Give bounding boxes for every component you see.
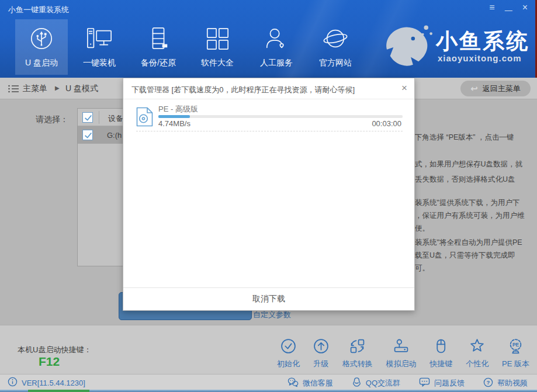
nav-item-one-click-install[interactable]: 一键装机: [73, 19, 126, 75]
nav-item-label: 人工服务: [260, 58, 293, 68]
brand-name: 小鱼系统: [436, 27, 529, 56]
wechat-service-link[interactable]: 微信客服: [287, 377, 333, 389]
person-icon: [264, 26, 289, 53]
bottom-green-segment: [28, 390, 89, 392]
breadcrumb-current: U 盘模式: [65, 84, 98, 94]
minimize-icon[interactable]: —: [505, 5, 512, 16]
help-line: 可。: [415, 264, 429, 272]
tool-upgrade[interactable]: 升级: [313, 338, 329, 369]
list-icon: [8, 84, 19, 96]
tool-hotkey[interactable]: 快捷键: [429, 338, 452, 369]
nav-item-label: 一键装机: [83, 58, 116, 68]
app-window: 小鱼一键重装系统 ≡ — × U 盘启动 一键装机: [0, 0, 537, 392]
nav-item-official-site[interactable]: 官方网站: [309, 19, 362, 75]
back-arrow-icon: ↩: [470, 84, 478, 94]
back-button-label: 返回主菜单: [483, 84, 521, 94]
tool-label: PE 版本: [502, 359, 529, 369]
help-line: 装系统"将全程自动为用户提供PE: [415, 238, 522, 247]
feedback-link[interactable]: 问题反馈: [419, 377, 465, 389]
info-icon: [8, 377, 18, 388]
tool-label: 个性化: [466, 359, 489, 369]
dialog-close-icon[interactable]: ×: [401, 82, 407, 94]
select-all-checkbox[interactable]: [82, 112, 93, 123]
svg-text:PE: PE: [512, 342, 519, 348]
tool-label: 格式转换: [342, 359, 373, 369]
fish-logo-icon: [380, 22, 435, 74]
help-video-link[interactable]: ? 帮助视频: [483, 377, 528, 389]
window-controls: ≡ — ×: [489, 2, 528, 16]
help-line: 式，如果用户想保存U盘数据，就: [415, 160, 522, 168]
svg-text:?: ?: [487, 379, 490, 385]
cancel-download-button[interactable]: 取消下载: [123, 287, 414, 310]
download-manager-dialog: 下载管理器 [若下载速度为0，此时程序正在寻找资源，请耐心等候] × PE - …: [123, 78, 415, 311]
tool-simulate-boot[interactable]: 模拟启动: [386, 338, 416, 369]
computer-icon: [86, 26, 113, 53]
tool-format-convert[interactable]: 格式转换: [342, 338, 373, 369]
menu-icon[interactable]: ≡: [489, 2, 494, 13]
question-circle-icon: ?: [483, 377, 493, 389]
tool-label: 升级: [313, 359, 328, 369]
footer: 本机U盘启动快捷键： F12 初始化 升级 格式转换: [0, 325, 537, 374]
help-line: 丢失数据，否则选择格式化U盘: [415, 175, 515, 183]
star-icon: [469, 338, 485, 356]
select-device-label: 请选择：: [36, 115, 68, 125]
status-link-label: 问题反馈: [434, 378, 465, 388]
disc-file-icon: [136, 107, 154, 129]
close-icon[interactable]: ×: [522, 2, 528, 13]
qq-group-link[interactable]: QQ交流群: [352, 377, 400, 389]
download-progress-bar: [158, 115, 403, 118]
tool-row: 初始化 升级 格式转换 模拟启动: [277, 338, 529, 369]
tool-initialize[interactable]: 初始化: [277, 338, 300, 369]
nav-item-backup-restore[interactable]: 备份/还原: [132, 19, 185, 75]
help-line: 载至U盘，只需等待下载完成即: [415, 251, 515, 259]
app-title: 小鱼一键重装系统: [8, 5, 69, 15]
device-row-checkbox[interactable]: [82, 130, 93, 140]
help-line: ，保证用户有系统可装，为用户维: [415, 211, 525, 220]
dialog-title: 下载管理器 [若下载速度为0，此时程序正在寻找资源，请耐心等候]: [131, 85, 355, 95]
download-speed: 4.74MB/s: [158, 119, 190, 128]
nav-item-label: U 盘启动: [25, 58, 58, 68]
help-line: 便。: [415, 224, 429, 233]
status-link-label: 微信客服: [303, 378, 333, 388]
convert-icon: [349, 338, 365, 356]
globe-icon: [323, 26, 348, 53]
help-text: 下角选择 “PE版本” ，点击一键 式，如果用户想保存U盘数据，就 丢失数据，否…: [415, 126, 536, 275]
tool-personalize[interactable]: 个性化: [466, 338, 489, 369]
status-link-label: 帮助视频: [497, 378, 528, 388]
back-to-main-menu-button[interactable]: ↩ 返回主菜单: [460, 81, 531, 96]
nav-item-software-center[interactable]: 软件大全: [191, 19, 244, 75]
version-label: VER[11.5.44.1230]: [22, 379, 85, 387]
status-link-label: QQ交流群: [366, 378, 400, 388]
nav-item-label: 备份/还原: [141, 58, 176, 68]
status-links: 微信客服 QQ交流群 问题反馈 ? 帮助视频: [287, 377, 528, 389]
device-row-label: G:(h: [107, 131, 122, 140]
download-time-remaining: 00:03:00: [372, 119, 401, 128]
header: 小鱼一键重装系统 ≡ — × U 盘启动 一键装机: [0, 0, 537, 78]
tool-label: 初始化: [277, 359, 300, 369]
server-icon: [146, 26, 171, 53]
nav-item-usb-boot[interactable]: U 盘启动: [15, 19, 68, 75]
device-column-header: 设备: [108, 113, 123, 124]
arrow-up-circle-icon: [313, 338, 329, 356]
dashed-separator: [136, 131, 403, 131]
custom-params-link[interactable]: 自定义参数: [253, 310, 291, 320]
wechat-icon: [287, 377, 299, 389]
feedback-bubble-icon: [419, 377, 430, 389]
tool-label: 模拟启动: [386, 359, 416, 369]
column-divider: [99, 111, 99, 124]
breadcrumb-arrow-icon: ▶: [55, 85, 60, 91]
boot-hotkey-value: F12: [39, 355, 60, 369]
nav-item-label: 官方网站: [319, 58, 352, 68]
breadcrumb-main-menu[interactable]: 主菜单: [23, 84, 47, 94]
cancel-download-label: 取消下载: [252, 294, 285, 304]
qq-icon: [352, 377, 362, 389]
nav-item-human-service[interactable]: 人工服务: [250, 19, 303, 75]
download-file-name: PE - 高级版: [158, 104, 198, 115]
version-info: VER[11.5.44.1230]: [8, 377, 85, 388]
help-line: 下角选择 “PE版本” ，点击一键: [415, 133, 514, 141]
help-line: 装系统"提供系统下载，为用户下: [415, 199, 519, 207]
tool-pe-version[interactable]: PE PE 版本: [502, 338, 529, 369]
check-circle-icon: [280, 338, 296, 356]
nav-item-label: 软件大全: [201, 58, 234, 68]
boot-hotkey-label: 本机U盘启动快捷键：: [18, 345, 91, 355]
